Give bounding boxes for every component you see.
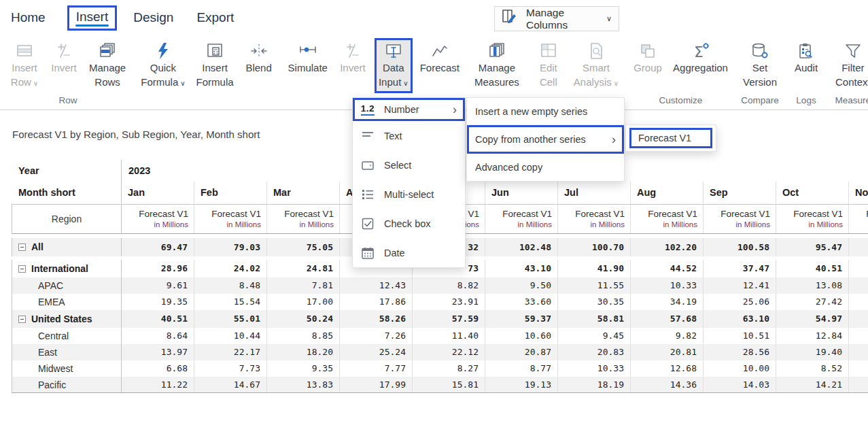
manage-columns-button[interactable]: Manage Columns ∨ — [494, 6, 619, 31]
data-cell[interactable]: 6.68 — [121, 360, 194, 377]
data-cell[interactable]: 13.83 — [266, 377, 339, 392]
data-cell[interactable]: 23.91 — [412, 294, 485, 310]
data-cell[interactable]: 18.20 — [266, 344, 339, 360]
data-cell[interactable]: 102.20 — [630, 238, 703, 256]
data-cell[interactable]: 8.48 — [194, 277, 266, 294]
data-cell[interactable]: 17.00 — [266, 294, 339, 310]
data-cell[interactable]: 9.82 — [630, 328, 703, 344]
data-cell[interactable]: 69.47 — [121, 238, 194, 256]
data-cell[interactable]: 40.51 — [121, 310, 194, 328]
data-cell[interactable]: 9.50 — [485, 277, 557, 294]
data-cell[interactable]: 12.41 — [703, 277, 776, 294]
data-cell[interactable]: 40.51 — [776, 260, 848, 277]
data-cell[interactable]: 25.24 — [339, 344, 412, 360]
manage-rows-button[interactable]: ManageRows — [86, 39, 129, 95]
data-cell[interactable]: 10.00 — [703, 360, 776, 377]
data-cell[interactable] — [848, 377, 868, 392]
data-cell[interactable]: 30.35 — [557, 294, 630, 310]
aggregation-button[interactable]: ΣAggregation — [670, 39, 731, 95]
collapse-icon[interactable] — [18, 243, 26, 251]
data-cell[interactable]: 102.48 — [485, 238, 557, 256]
data-cell[interactable]: 20.87 — [485, 344, 557, 360]
data-cell[interactable]: 19.13 — [485, 377, 557, 392]
menu-item-multi-select[interactable]: Multi-select — [353, 180, 465, 209]
data-cell[interactable]: 12.68 — [630, 360, 703, 377]
data-cell[interactable] — [848, 328, 868, 344]
data-cell[interactable]: 57.59 — [412, 310, 485, 328]
data-cell[interactable]: 7.81 — [266, 277, 339, 294]
row-header[interactable]: EMEA — [12, 294, 121, 310]
data-cell[interactable]: 10.33 — [557, 360, 630, 377]
data-cell[interactable] — [848, 238, 868, 256]
row-header[interactable]: United States — [12, 310, 121, 328]
data-cell[interactable] — [848, 260, 868, 277]
data-cell[interactable]: 13.97 — [121, 344, 194, 360]
data-cell[interactable]: 28.96 — [121, 260, 194, 277]
data-cell[interactable]: 18.19 — [557, 377, 630, 392]
data-cell[interactable]: 24.02 — [194, 260, 266, 277]
month-header-oct[interactable]: Oct — [776, 182, 848, 204]
data-cell[interactable]: 10.60 — [485, 328, 557, 344]
data-cell[interactable]: 75.05 — [266, 238, 339, 256]
data-cell[interactable]: 79.03 — [194, 238, 266, 256]
data-cell[interactable]: 22.12 — [412, 344, 485, 360]
data-cell[interactable]: 54.97 — [776, 310, 848, 328]
data-cell[interactable]: 11.22 — [121, 377, 194, 392]
data-cell[interactable]: 10.33 — [630, 277, 703, 294]
data-cell[interactable]: 25.06 — [703, 294, 776, 310]
data-cell[interactable]: 17.86 — [339, 294, 412, 310]
row-header[interactable]: All — [12, 238, 121, 256]
tab-insert[interactable]: Insert — [67, 5, 118, 31]
data-cell[interactable]: 27.42 — [776, 294, 848, 310]
data-cell[interactable]: 7.26 — [339, 328, 412, 344]
data-cell[interactable]: 13.08 — [776, 277, 848, 294]
row-header[interactable]: International — [12, 260, 121, 277]
data-cell[interactable]: 14.36 — [630, 377, 703, 392]
data-cell[interactable]: 8.27 — [412, 360, 485, 377]
data-cell[interactable]: 12.84 — [776, 328, 848, 344]
menu-item-check-box[interactable]: Check box — [353, 209, 465, 238]
row-header[interactable]: Central — [12, 328, 121, 344]
month-header-nov[interactable]: Nov — [848, 182, 868, 204]
data-cell[interactable]: 11.40 — [412, 328, 485, 344]
data-cell[interactable]: 58.81 — [557, 310, 630, 328]
data-cell[interactable] — [848, 310, 868, 328]
menu-item-copy-from-another-series[interactable]: Copy from another series› — [467, 125, 624, 154]
data-cell[interactable]: 59.37 — [485, 310, 557, 328]
data-cell[interactable]: 9.45 — [557, 328, 630, 344]
data-cell[interactable]: 34.19 — [630, 294, 703, 310]
month-header-jan[interactable]: Jan — [121, 182, 194, 204]
data-cell[interactable]: 100.70 — [557, 238, 630, 256]
data-cell[interactable]: 9.35 — [266, 360, 339, 377]
data-cell[interactable] — [848, 294, 868, 310]
data-cell[interactable]: 20.83 — [557, 344, 630, 360]
menu-item-number[interactable]: 1.2Number› — [353, 98, 465, 121]
data-cell[interactable]: 8.52 — [776, 360, 848, 377]
data-cell[interactable]: 19.40 — [776, 344, 848, 360]
data-cell[interactable]: 14.21 — [776, 377, 848, 392]
data-cell[interactable]: 95.47 — [776, 238, 848, 256]
data-cell[interactable]: 17.99 — [339, 377, 412, 392]
data-cell[interactable]: 8.82 — [412, 277, 485, 294]
filter-context-button[interactable]: FilterContext — [832, 39, 868, 95]
data-cell[interactable]: 22.17 — [194, 344, 266, 360]
collapse-icon[interactable] — [18, 265, 26, 273]
audit-button[interactable]: Audit — [788, 39, 824, 95]
quick-formula-button[interactable]: QuickFormula∨ — [137, 39, 188, 95]
data-cell[interactable]: 28.56 — [703, 344, 776, 360]
row-header[interactable]: East — [12, 344, 121, 360]
tab-design[interactable]: Design — [132, 7, 175, 28]
data-cell[interactable]: 7.73 — [194, 360, 266, 377]
set-version-button[interactable]: SetVersion — [740, 39, 780, 95]
collapse-icon[interactable] — [18, 316, 26, 323]
data-cell[interactable]: 10.44 — [194, 328, 266, 344]
data-cell[interactable]: 14.67 — [194, 377, 266, 392]
data-cell[interactable]: 10.51 — [703, 328, 776, 344]
data-cell[interactable]: 33.60 — [485, 294, 557, 310]
data-input-button[interactable]: DataInput∨ — [375, 38, 413, 93]
data-cell[interactable]: 12.43 — [339, 277, 412, 294]
month-header-jun[interactable]: Jun — [485, 182, 557, 204]
row-header[interactable]: APAC — [12, 277, 121, 294]
month-header-mar[interactable]: Mar — [266, 182, 339, 204]
tab-home[interactable]: Home — [10, 7, 47, 28]
